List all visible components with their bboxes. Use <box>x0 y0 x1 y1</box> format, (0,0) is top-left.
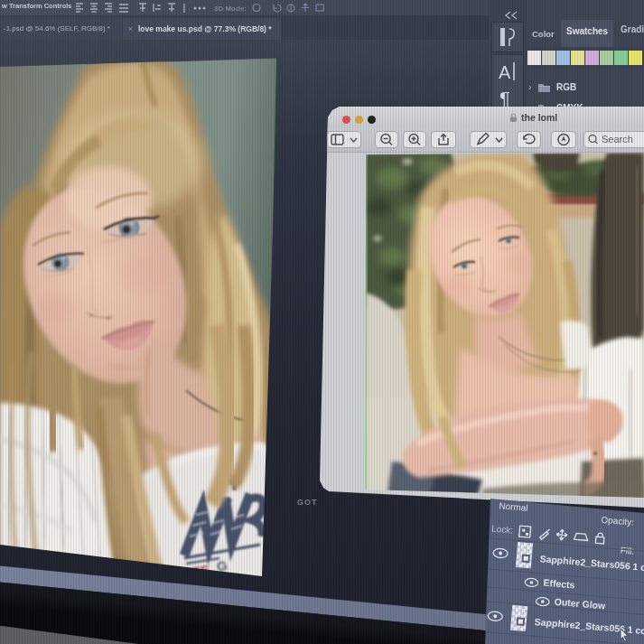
svg-text:3D Mode:: 3D Mode: <box>214 5 247 13</box>
svg-text:Search: Search <box>602 134 633 145</box>
svg-text:A: A <box>499 62 511 82</box>
